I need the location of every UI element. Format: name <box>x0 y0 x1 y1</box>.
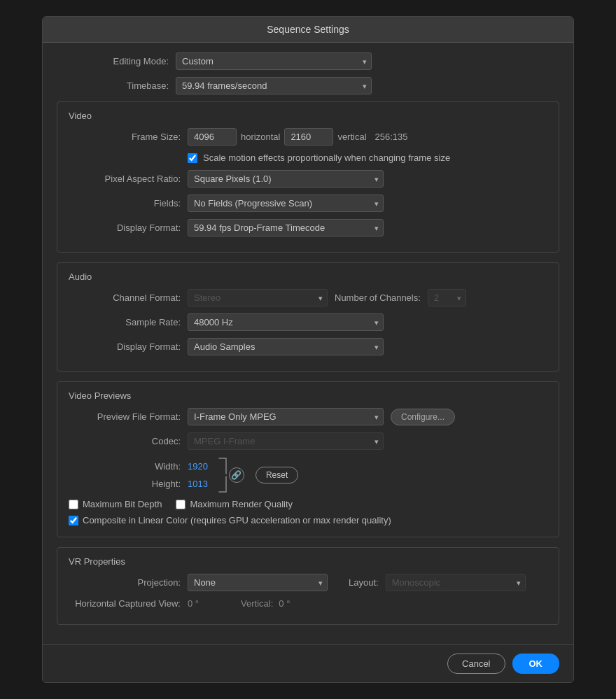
fields-select[interactable]: No Fields (Progressive Scan) <box>188 195 384 212</box>
codec-label: Codec: <box>69 436 181 446</box>
checkboxes-row: Maximum Bit Depth Maximum Render Quality <box>69 499 547 509</box>
vertical-group: Vertical: 0 ° <box>241 598 290 609</box>
audio-section: Audio Channel Format: Stereo Number of C… <box>57 262 559 372</box>
width-row: Width: 1920 <box>69 461 208 472</box>
codec-select[interactable]: MPEG I-Frame <box>188 432 384 450</box>
sample-rate-row: Sample Rate: 48000 Hz <box>69 313 547 331</box>
editing-mode-select[interactable]: Custom <box>176 52 372 70</box>
editing-mode-label: Editing Mode: <box>57 56 169 66</box>
sequence-settings-dialog: Sequence Settings Editing Mode: Custom T… <box>42 16 574 683</box>
preview-file-format-controls: I-Frame Only MPEG Configure... <box>188 408 455 425</box>
width-height-container: Width: 1920 Height: 1013 🔗 <box>69 457 547 493</box>
codec-row: Codec: MPEG I-Frame <box>69 432 547 450</box>
height-label: Height: <box>69 479 181 489</box>
sample-rate-label: Sample Rate: <box>69 317 181 327</box>
video-display-format-label: Display Format: <box>69 223 181 233</box>
projection-label: Projection: <box>69 577 181 588</box>
bottom-buttons: Cancel OK <box>43 644 573 682</box>
reset-button[interactable]: Reset <box>255 467 298 483</box>
link-icon[interactable]: 🔗 <box>229 467 244 483</box>
num-channels-label: Number of Channels: <box>335 292 421 303</box>
audio-section-label: Audio <box>69 271 547 282</box>
video-display-format-select[interactable]: 59.94 fps Drop-Frame Timecode <box>188 219 384 236</box>
video-previews-section: Video Previews Preview File Format: I-Fr… <box>57 381 559 537</box>
timebase-select-wrapper: 59.94 frames/second <box>176 77 372 94</box>
max-render-quality-label: Maximum Render Quality <box>190 499 293 509</box>
vr-props-controls: None Layout: Monoscopic <box>188 574 526 591</box>
sample-rate-select-wrapper: 48000 Hz <box>188 313 384 331</box>
channel-format-label: Channel Format: <box>69 292 181 303</box>
projection-select[interactable]: None <box>188 574 328 591</box>
horiz-value: 0 ° <box>188 598 199 609</box>
horiz-label: Horizontal Captured View: <box>69 598 181 609</box>
bracket-container: 🔗 <box>218 457 244 493</box>
pixel-aspect-row: Pixel Aspect Ratio: Square Pixels (1.0) <box>69 170 547 188</box>
configure-button[interactable]: Configure... <box>391 409 455 425</box>
frame-ratio: 256:135 <box>375 132 408 142</box>
pixel-aspect-select[interactable]: Square Pixels (1.0) <box>188 170 384 188</box>
scale-checkbox-row: Scale motion effects proportionally when… <box>188 153 547 163</box>
editing-mode-row: Editing Mode: Custom <box>57 52 559 70</box>
width-value: 1920 <box>188 461 208 472</box>
preview-file-format-label: Preview File Format: <box>69 411 181 422</box>
scale-checkbox[interactable] <box>188 153 197 163</box>
fields-label: Fields: <box>69 198 181 209</box>
layout-select[interactable]: Monoscopic <box>386 574 526 591</box>
vertical-label: vertical <box>337 132 366 142</box>
frame-size-h-input[interactable] <box>188 128 237 146</box>
audio-display-format-row: Display Format: Audio Samples <box>69 338 547 355</box>
audio-display-format-select-wrapper: Audio Samples <box>188 338 384 355</box>
max-bit-depth-checkbox[interactable] <box>69 500 78 509</box>
channel-format-row: Channel Format: Stereo Number of Channel… <box>69 289 547 306</box>
timebase-select[interactable]: 59.94 frames/second <box>176 77 372 94</box>
codec-select-wrapper: MPEG I-Frame <box>188 432 384 450</box>
frame-size-v-input[interactable] <box>284 128 333 146</box>
channels-wrapper: 2 <box>428 289 466 306</box>
editing-mode-select-wrapper: Custom <box>176 52 372 70</box>
max-render-quality-item: Maximum Render Quality <box>176 499 293 509</box>
horiz-vert-row: Horizontal Captured View: 0 ° Vertical: … <box>69 598 547 609</box>
video-previews-label: Video Previews <box>69 390 547 401</box>
frame-size-inputs: horizontal vertical 256:135 <box>188 128 408 146</box>
composite-row: Composite in Linear Color (requires GPU … <box>69 515 547 525</box>
video-section-label: Video <box>69 111 547 121</box>
max-bit-depth-label: Maximum Bit Depth <box>83 499 162 509</box>
preview-format-select-wrapper: I-Frame Only MPEG <box>188 408 384 425</box>
layout-select-wrapper: Monoscopic <box>386 574 526 591</box>
audio-channel-row: Stereo Number of Channels: 2 <box>188 289 466 306</box>
sample-rate-select[interactable]: 48000 Hz <box>188 313 384 331</box>
height-row: Height: 1013 <box>69 479 208 489</box>
video-display-format-select-wrapper: 59.94 fps Drop-Frame Timecode <box>188 219 384 236</box>
fields-row: Fields: No Fields (Progressive Scan) <box>69 195 547 212</box>
projection-row: Projection: None Layout: Monoscopic <box>69 574 547 591</box>
wh-group: Width: 1920 Height: 1013 <box>69 461 208 489</box>
channel-format-select[interactable]: Stereo <box>188 289 328 306</box>
composite-label: Composite in Linear Color (requires GPU … <box>83 515 391 525</box>
vertical-value: 0 ° <box>279 598 290 609</box>
frame-size-row: Frame Size: horizontal vertical 256:135 <box>69 128 547 146</box>
audio-display-format-select[interactable]: Audio Samples <box>188 338 384 355</box>
pixel-aspect-select-wrapper: Square Pixels (1.0) <box>188 170 384 188</box>
dialog-title: Sequence Settings <box>43 17 573 43</box>
audio-display-format-label: Display Format: <box>69 341 181 352</box>
cancel-button[interactable]: Cancel <box>447 654 505 674</box>
preview-file-format-row: Preview File Format: I-Frame Only MPEG C… <box>69 408 547 425</box>
timebase-label: Timebase: <box>57 80 169 91</box>
height-value: 1013 <box>188 479 208 489</box>
projection-select-wrapper: None <box>188 574 328 591</box>
composite-checkbox[interactable] <box>69 516 78 525</box>
layout-label: Layout: <box>349 577 379 588</box>
horiz-vert-values: 0 ° Vertical: 0 ° <box>188 598 290 609</box>
max-render-quality-checkbox[interactable] <box>176 500 186 509</box>
frame-size-label: Frame Size: <box>69 132 181 142</box>
video-display-format-row: Display Format: 59.94 fps Drop-Frame Tim… <box>69 219 547 236</box>
max-bit-depth-item: Maximum Bit Depth <box>69 499 162 509</box>
timebase-row: Timebase: 59.94 frames/second <box>57 77 559 94</box>
ok-button[interactable]: OK <box>512 654 560 674</box>
scale-checkbox-label: Scale motion effects proportionally when… <box>203 153 450 163</box>
width-label: Width: <box>69 461 181 472</box>
pixel-aspect-label: Pixel Aspect Ratio: <box>69 174 181 184</box>
num-channels-select[interactable]: 2 <box>428 289 466 306</box>
vertical-label: Vertical: <box>241 598 273 609</box>
preview-format-select[interactable]: I-Frame Only MPEG <box>188 408 384 425</box>
